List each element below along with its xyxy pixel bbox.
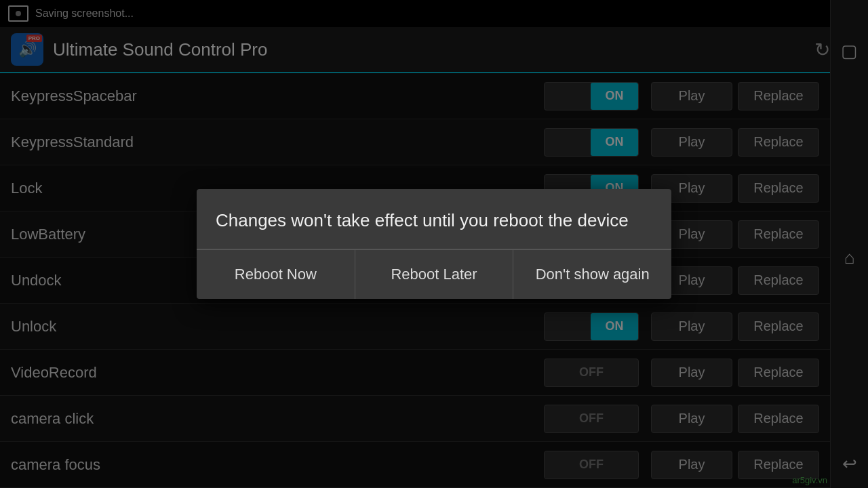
modal-overlay: Changes won't take effect until you rebo…	[0, 0, 868, 488]
dont-show-again-button[interactable]: Don't show again	[513, 250, 671, 299]
reboot-later-button[interactable]: Reboot Later	[355, 250, 514, 299]
dialog-message: Changes won't take effect until you rebo…	[197, 189, 671, 249]
dialog-actions: Reboot Now Reboot Later Don't show again	[197, 249, 671, 299]
dialog: Changes won't take effect until you rebo…	[197, 189, 671, 299]
reboot-now-button[interactable]: Reboot Now	[197, 250, 355, 299]
